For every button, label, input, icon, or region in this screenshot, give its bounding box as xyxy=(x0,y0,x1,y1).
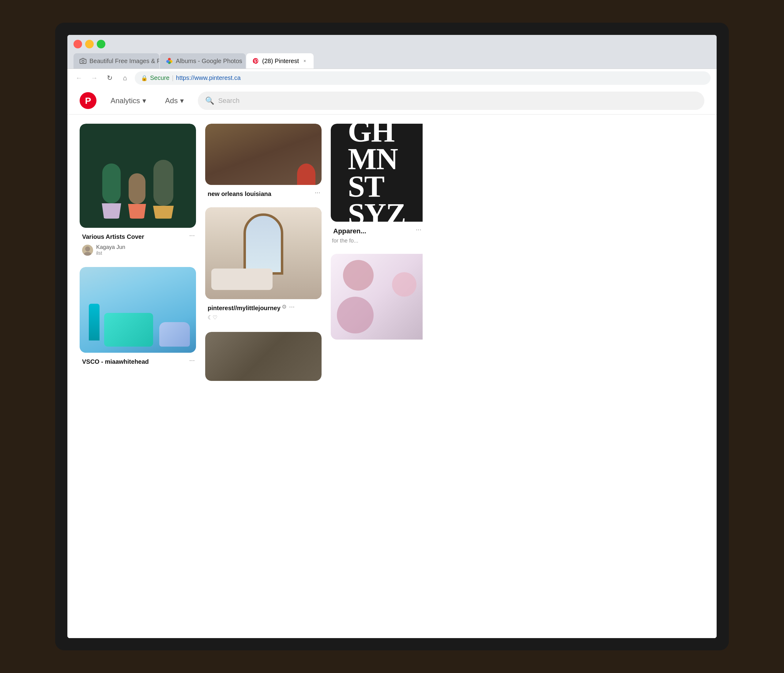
pin-card-cactus[interactable]: Various Artists Cover ··· xyxy=(79,124,196,260)
main-content: Various Artists Cover ··· xyxy=(67,115,717,638)
url-display: https://www.pinterest.ca xyxy=(176,75,241,81)
arch-window xyxy=(243,213,283,275)
analytics-chevron-icon: ▾ xyxy=(142,96,146,105)
back-button[interactable]: ← xyxy=(73,73,84,84)
bottle-illustration xyxy=(89,304,100,340)
tshirt-illustration xyxy=(104,313,153,347)
pin-card-floral[interactable] xyxy=(331,254,423,340)
svg-point-6 xyxy=(85,247,90,251)
home-button[interactable]: ⌂ xyxy=(120,73,131,84)
tab-google-photos-label: Albums - Google Photos xyxy=(176,58,242,65)
ads-label: Ads xyxy=(165,96,177,105)
google-photos-icon xyxy=(166,58,173,64)
tab-unsplash-label: Beautiful Free Images & Pictur... xyxy=(89,58,159,65)
flower-3 xyxy=(337,297,373,333)
analytics-label: Analytics xyxy=(110,96,140,105)
close-window-button[interactable] xyxy=(73,40,82,48)
typography-text: AEGHMNSTSYZ56 xyxy=(342,124,412,222)
pinterest-navbar: P Analytics ▾ Ads ▾ 🔍 Search xyxy=(67,87,717,115)
tab-pinterest[interactable]: (28) Pinterest × xyxy=(246,53,314,68)
pin-typography-more-button[interactable]: ··· xyxy=(416,226,422,234)
vsco-items-illustration xyxy=(79,267,196,353)
pin-card-vsco[interactable]: VSCO - miaawhitehead ··· xyxy=(79,267,196,368)
search-placeholder: Search xyxy=(218,97,240,105)
pin-card-typography[interactable]: AEGHMNSTSYZ56 Apparen... ··· for the fo.… xyxy=(331,124,423,247)
ads-nav-item[interactable]: Ads ▾ xyxy=(160,93,189,108)
pin-new-orleans-info: new orleans louisiana ··· xyxy=(205,185,322,200)
settings-icon[interactable]: ⚙ xyxy=(282,303,287,310)
pin-image-bottom xyxy=(205,332,322,381)
pin-typography-title: Apparen... xyxy=(332,223,367,236)
pin-column-1: Various Artists Cover ··· xyxy=(79,124,196,629)
svg-point-1 xyxy=(168,58,171,61)
tab-pinterest-close[interactable]: × xyxy=(302,58,308,64)
tab-unsplash[interactable]: Beautiful Free Images & Pictur... × xyxy=(73,53,159,68)
kagaya-jun-avatar xyxy=(82,245,93,256)
pinterest-logo[interactable]: P xyxy=(79,92,96,109)
plant-illustration xyxy=(101,160,175,219)
pin-living-room-more-button[interactable]: ··· xyxy=(289,303,295,311)
pinterest-tab-icon xyxy=(252,58,259,64)
pin-image-vsco xyxy=(79,267,196,353)
pin-new-orleans-more-button[interactable]: ··· xyxy=(315,189,320,197)
minimize-window-button[interactable] xyxy=(85,40,94,48)
browser-chrome: Beautiful Free Images & Pictur... × Albu… xyxy=(67,35,717,87)
laptop-frame: Beautiful Free Images & Pictur... × Albu… xyxy=(55,23,729,650)
avatar-illustration xyxy=(82,245,93,256)
tab-google-photos-close[interactable]: × xyxy=(245,58,246,64)
pin-vsco-info: VSCO - miaawhitehead ··· xyxy=(79,353,196,368)
plant-3 xyxy=(152,160,175,219)
flower-2 xyxy=(392,272,417,297)
svg-point-0 xyxy=(82,60,84,62)
ads-chevron-icon: ▾ xyxy=(180,96,184,105)
pin-user-details: Kagaya Jun ilst xyxy=(96,244,125,256)
tab-pinterest-label: (28) Pinterest xyxy=(262,58,299,65)
pin-image-new-orleans xyxy=(205,124,322,185)
pin-typography-sub: for the fo... xyxy=(331,238,423,247)
pin-user-sub: ilst xyxy=(96,250,125,256)
secure-lock-icon: 🔒 xyxy=(141,75,148,81)
camera-icon xyxy=(79,58,86,64)
pin-image-typography: AEGHMNSTSYZ56 xyxy=(331,124,423,222)
svg-point-4 xyxy=(166,60,169,63)
pin-vsco-more-button[interactable]: ··· xyxy=(189,356,195,364)
pin-new-orleans-title: new orleans louisiana xyxy=(207,186,272,199)
pinterest-app: P Analytics ▾ Ads ▾ 🔍 Search xyxy=(67,87,717,638)
pin-card-living-room[interactable]: pinterest//mylittlejourney ⚙ ··· ☾♡ xyxy=(205,207,322,325)
flower-1 xyxy=(343,260,373,291)
tabs-row: Beautiful Free Images & Pictur... × Albu… xyxy=(67,53,717,68)
shoes-illustration xyxy=(159,322,190,347)
pin-image-cactus xyxy=(79,124,196,228)
search-bar[interactable]: 🔍 Search xyxy=(198,92,705,110)
heart-icon: ☾♡ xyxy=(208,314,218,320)
pin-living-room-title: pinterest//mylittlejourney xyxy=(207,300,282,313)
address-bar-row: ← → ↻ ⌂ 🔒 Secure | https://www.pinterest… xyxy=(67,68,717,87)
sofa-illustration xyxy=(211,269,272,290)
pin-image-floral xyxy=(331,254,423,340)
address-field[interactable]: 🔒 Secure | https://www.pinterest.ca xyxy=(135,71,711,85)
pin-card-bottom[interactable] xyxy=(205,332,322,381)
plant-2 xyxy=(127,173,147,219)
reload-button[interactable]: ↻ xyxy=(104,73,115,84)
bottom-photo-illustration xyxy=(205,332,322,381)
tab-google-photos[interactable]: Albums - Google Photos × xyxy=(160,53,246,68)
pin-card-new-orleans[interactable]: new orleans louisiana ··· xyxy=(205,124,322,200)
browser-screen: Beautiful Free Images & Pictur... × Albu… xyxy=(67,35,717,638)
maximize-window-button[interactable] xyxy=(97,40,105,48)
pin-vsco-title: VSCO - miaawhitehead xyxy=(81,354,150,367)
pin-cactus-info: Various Artists Cover ··· xyxy=(79,228,196,260)
address-separator: | xyxy=(172,75,173,81)
traffic-lights xyxy=(73,40,105,48)
forward-button[interactable]: → xyxy=(89,73,100,84)
pin-cactus-title: Various Artists Cover xyxy=(81,229,145,242)
search-icon: 🔍 xyxy=(205,96,215,105)
door-illustration xyxy=(205,124,322,185)
plant-1 xyxy=(101,163,122,219)
title-bar xyxy=(67,35,717,53)
analytics-nav-item[interactable]: Analytics ▾ xyxy=(106,93,151,108)
pin-column-4: AEGHMNSTSYZ56 Apparen... ··· for the fo.… xyxy=(331,124,423,629)
pin-cactus-user: Kagaya Jun ilst xyxy=(81,242,195,258)
pin-living-room-info: pinterest//mylittlejourney ⚙ ··· ☾♡ xyxy=(205,299,322,325)
pin-cactus-more-button[interactable]: ··· xyxy=(189,232,195,239)
pin-column-2: new orleans louisiana ··· xyxy=(205,124,322,629)
